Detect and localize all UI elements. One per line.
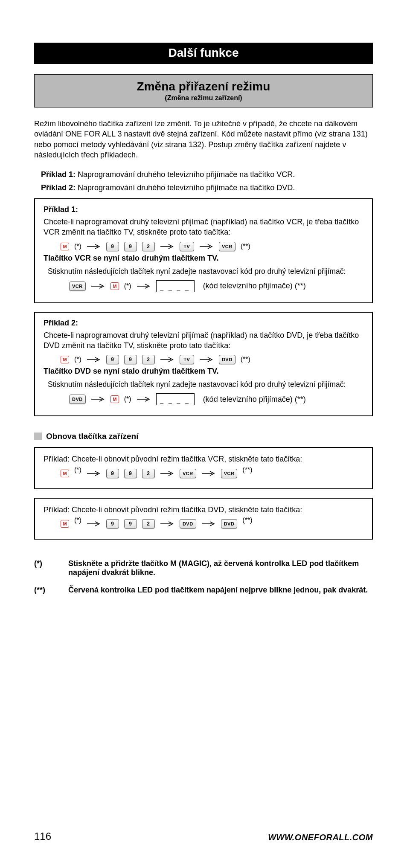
vcr-key: VCR — [219, 242, 235, 251]
digit-key: 9 — [124, 242, 137, 251]
restore-box1-sequence: M (*) 9 9 2 VCR VCR (**) — [61, 469, 363, 478]
page-footer: 116 WWW.ONEFORALL.COM — [34, 830, 373, 842]
dvd-key: DVD — [69, 395, 86, 404]
example-1-label: Příklad 1: — [41, 170, 76, 179]
digit-key: 9 — [124, 355, 137, 364]
digit-key: 9 — [106, 242, 119, 251]
arrow-icon — [137, 284, 151, 289]
magic-key-icon: M — [110, 282, 119, 290]
arrow-icon — [160, 244, 174, 249]
example-box-2: Příklad 2: Chcete-li naprogramovat druhý… — [34, 312, 373, 417]
box1-step2: Stisknutím následujících tlačítek nyní z… — [48, 267, 363, 276]
magic-key-icon: M — [61, 470, 69, 477]
example-2-text: Naprogramování druhého televizního přijí… — [78, 183, 295, 192]
star-note: (*) — [74, 243, 81, 250]
dvd-key: DVD — [180, 519, 196, 528]
box1-paragraph: Chcete-li naprogramovat druhý televizní … — [44, 217, 363, 238]
star-note: (*) — [74, 466, 81, 474]
intro-paragraph: Režim libovolného tlačítka zařízení lze … — [34, 119, 373, 160]
dvd-key: DVD — [219, 355, 235, 364]
box2-step2: Stisknutím následujících tlačítek nyní z… — [48, 380, 363, 389]
footnote-2: (**) Červená kontrolka LED pod tlačítkem… — [34, 586, 373, 595]
restore-box2-text: Příklad: Chcete-li obnovit původní režim… — [44, 505, 363, 515]
box2-result: Tlačítko DVD se nyní stalo druhým tlačít… — [44, 367, 363, 376]
tv-key: TV — [180, 355, 194, 364]
box2-sequence-2: DVD M (*) _ _ _ _ (kód televizního přijí… — [69, 393, 363, 405]
digit-key: 9 — [106, 519, 119, 528]
vcr-key: VCR — [69, 282, 86, 291]
restore-box1-text: Příklad: Chcete-li obnovit původní režim… — [44, 454, 363, 464]
doublestar-note: (**) — [241, 356, 250, 363]
arrow-icon — [87, 244, 101, 249]
digit-key: 9 — [106, 469, 119, 478]
digit-key: 2 — [142, 242, 155, 251]
star-note: (*) — [74, 517, 81, 524]
arrow-icon — [91, 284, 105, 289]
digit-key: 2 — [142, 519, 155, 528]
subsection-header: Změna přiřazení režimu (Změna režimu zař… — [34, 74, 373, 107]
example-intro-1: Příklad 1: Naprogramování druhého televi… — [41, 170, 373, 179]
box1-result: Tlačítko VCR se nyní stalo druhým tlačít… — [44, 254, 363, 263]
restore-box2-sequence: M (*) 9 9 2 DVD DVD (**) — [61, 519, 363, 528]
star-note: (*) — [124, 395, 131, 403]
dvd-key: DVD — [221, 519, 238, 528]
box1-sequence-1: M (*) 9 9 2 TV VCR (**) — [61, 242, 363, 251]
magic-key-icon: M — [61, 356, 69, 363]
star-note: (*) — [124, 282, 131, 290]
footnote-1-text: Stiskněte a přidržte tlačítko M (MAGIC),… — [68, 559, 373, 577]
doublestar-note: (**) — [242, 517, 252, 524]
arrow-icon — [87, 471, 101, 476]
magic-key-icon: M — [61, 520, 69, 528]
digit-key: 9 — [106, 355, 119, 364]
subsection-title: Změna přiřazení režimu — [35, 80, 372, 93]
code-slot: _ _ _ _ — [156, 280, 195, 292]
section-header-text: Další funkce — [169, 46, 239, 59]
doublestar-note: (**) — [242, 466, 252, 474]
vcr-key: VCR — [180, 469, 196, 478]
digit-key: 9 — [124, 469, 137, 478]
star-note: (*) — [74, 356, 81, 363]
arrow-icon — [87, 521, 101, 526]
section-header: Další funkce — [34, 43, 373, 64]
arrow-icon — [160, 357, 174, 362]
restore-box-1: Příklad: Chcete-li obnovit původní režim… — [34, 447, 373, 489]
tv-key: TV — [180, 242, 194, 251]
code-slot: _ _ _ _ — [156, 393, 195, 405]
arrow-icon — [201, 521, 216, 526]
box1-sequence-2: VCR M (*) _ _ _ _ (kód televizního přijí… — [69, 280, 363, 292]
example-2-label: Příklad 2: — [41, 183, 76, 192]
arrow-icon — [199, 357, 214, 362]
code-note: (kód televizního přijímače) (**) — [203, 282, 306, 290]
box2-head: Příklad 2: — [44, 319, 363, 328]
restore-box-2: Příklad: Chcete-li obnovit původní režim… — [34, 498, 373, 540]
magic-key-icon: M — [110, 395, 119, 403]
arrow-icon — [87, 357, 101, 362]
code-note: (kód televizního přijímače) (**) — [203, 395, 306, 404]
example-intro-2: Příklad 2: Naprogramování druhého televi… — [41, 183, 373, 192]
arrow-icon — [201, 471, 216, 476]
subsection-subtitle: (Změna režimu zařízení) — [35, 94, 372, 102]
footnote-2-text: Červená kontrolka LED pod tlačítkem napá… — [68, 586, 368, 595]
arrow-icon — [160, 471, 174, 476]
example-box-1: Příklad 1: Chcete-li naprogramovat druhý… — [34, 198, 373, 303]
footnote-2-mark: (**) — [34, 586, 55, 595]
restore-heading-text: Obnova tlačítka zařízení — [46, 432, 138, 441]
page-number: 116 — [34, 830, 51, 842]
arrow-icon — [91, 397, 105, 402]
digit-key: 2 — [142, 469, 155, 478]
vcr-key: VCR — [221, 469, 238, 478]
restore-heading: Obnova tlačítka zařízení — [34, 432, 373, 441]
digit-key: 2 — [142, 355, 155, 364]
footnotes: (*) Stiskněte a přidržte tlačítko M (MAG… — [34, 559, 373, 595]
example-1-text: Naprogramování druhého televizního přijí… — [78, 170, 295, 179]
arrow-icon — [137, 397, 151, 402]
arrow-icon — [199, 244, 214, 249]
square-bullet-icon — [34, 433, 42, 440]
box1-head: Příklad 1: — [44, 205, 363, 214]
footnote-1-mark: (*) — [34, 559, 55, 577]
magic-key-icon: M — [61, 243, 69, 250]
arrow-icon — [160, 521, 174, 526]
footnote-1: (*) Stiskněte a přidržte tlačítko M (MAG… — [34, 559, 373, 577]
doublestar-note: (**) — [241, 243, 250, 250]
digit-key: 9 — [124, 519, 137, 528]
